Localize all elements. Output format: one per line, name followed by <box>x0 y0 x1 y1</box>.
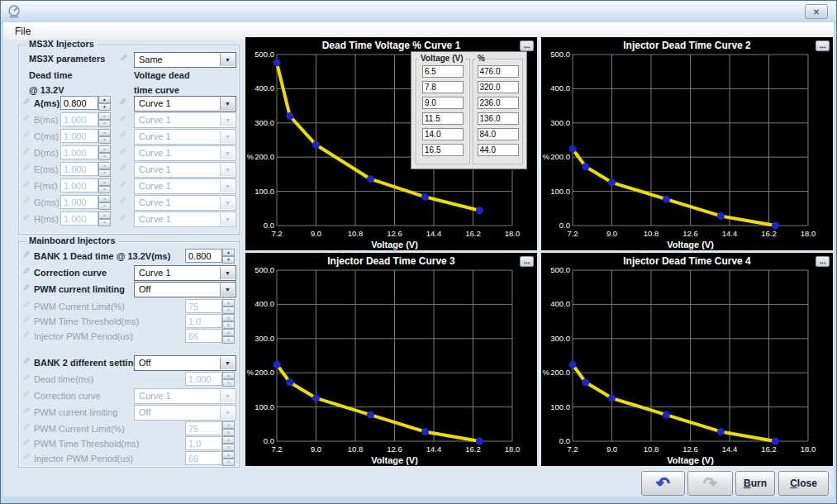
chart-plot-area[interactable]: 7.29.010.812.614.416.218.00.0100.0200.0%… <box>245 253 537 466</box>
deadtime-value-field <box>60 212 98 226</box>
voltage-cell-input[interactable] <box>422 65 464 78</box>
deadtime-curve-select-value: Curve 1 <box>139 214 171 224</box>
edit-pencil-icon: ✎ <box>22 452 30 463</box>
window-close-button[interactable]: ✕ <box>805 4 828 19</box>
bank2-select[interactable]: Off▼ <box>134 355 236 371</box>
voltage-cell-input[interactable] <box>422 144 464 156</box>
chart-panel: 7.29.010.812.614.416.218.00.0100.0200.0%… <box>245 37 537 250</box>
deadtime-curve-select[interactable]: Curve 1▼ <box>134 96 236 112</box>
bank2-select-value: Off <box>139 407 150 417</box>
deadtime-row-label: H(ms) <box>34 214 59 224</box>
chart-options-button[interactable]: ... <box>520 40 534 51</box>
bank2-setting-row: ✎PWM Time Threshold(ms)▲▼ <box>19 436 239 452</box>
deadtime-curve-select: Curve 1▼ <box>134 178 236 194</box>
close-button-label: Close <box>779 478 828 489</box>
chart-options-button[interactable]: ... <box>520 256 534 267</box>
svg-text:16.2: 16.2 <box>465 445 481 454</box>
edit-pencil-icon: ✎ <box>22 406 30 416</box>
bank2-spinner-spinner: ▲▼ <box>222 451 235 465</box>
voltage-cell-input[interactable] <box>422 128 464 140</box>
percent-column-group: % <box>473 59 523 164</box>
svg-text:100.0: 100.0 <box>254 187 274 196</box>
deadtime-value-spinner: ▲▼ <box>98 96 111 110</box>
svg-text:7.2: 7.2 <box>567 229 578 238</box>
deadtime-value-field <box>60 178 98 193</box>
voltage-cell-input[interactable] <box>422 97 464 109</box>
voltage-cell-input[interactable] <box>422 112 464 125</box>
svg-text:10.8: 10.8 <box>644 445 659 454</box>
bank2-setting-row: ✎BANK 2 different settingsOff▼ <box>19 355 239 371</box>
bank2-setting-row: ✎Injector PWM Period(us)▲▼ <box>19 451 239 467</box>
redo-icon: ↷ <box>688 474 732 492</box>
svg-text:12.6: 12.6 <box>682 229 698 238</box>
chart-panel: 7.29.010.812.614.416.218.00.0100.0200.0%… <box>541 37 833 250</box>
deadtime-value: ▲▼ <box>60 145 111 159</box>
ms3x-injectors-group: MS3X Injectors MS3X parameters ✎ Dead ti… <box>18 45 240 235</box>
mainboard-injectors-group: Mainboard Injectors ✎BANK 1 Dead time @ … <box>18 241 240 468</box>
spinner-up-button[interactable]: ▲ <box>98 96 111 103</box>
svg-text:300.0: 300.0 <box>550 334 570 343</box>
chart-options-button[interactable]: ... <box>816 40 830 51</box>
spinner-down-button: ▼ <box>222 459 235 466</box>
percent-cell-input[interactable] <box>478 65 519 78</box>
setting-label: PWM Current Limit(%) <box>34 424 125 434</box>
svg-text:16.2: 16.2 <box>761 229 777 238</box>
svg-text:14.4: 14.4 <box>426 445 442 454</box>
svg-text:100.0: 100.0 <box>254 402 274 411</box>
percent-cell-input[interactable] <box>478 128 519 140</box>
svg-text:400.0: 400.0 <box>550 83 570 93</box>
deadtime-curve-select-value: Curve 1 <box>139 181 171 191</box>
svg-text:7.2: 7.2 <box>567 445 578 454</box>
menu-item-file[interactable]: File <box>11 25 35 38</box>
percent-cell-input[interactable] <box>478 144 519 156</box>
svg-text:0.0: 0.0 <box>264 221 274 230</box>
deadtime-curve-select-value: Curve 1 <box>139 98 171 108</box>
chart-panel: 7.29.010.812.614.416.218.00.0100.0200.0%… <box>541 253 833 466</box>
bank2-setting-row: ✎Dead time(ms)▲▼ <box>19 372 239 388</box>
svg-text:12.6: 12.6 <box>387 229 402 238</box>
voltage-cell-input[interactable] <box>422 81 464 93</box>
chevron-down-icon: ▼ <box>220 147 235 159</box>
bank2-setting-row: ✎PWM current limitingOff▼ <box>19 405 239 421</box>
close-button[interactable]: Close <box>778 471 829 496</box>
title-bar[interactable]: ✕ <box>1 1 836 23</box>
deadtime-curve-select: Curve 1▼ <box>134 112 236 128</box>
deadtime-value-spinner: ▲▼ <box>98 145 111 159</box>
undo-button[interactable]: ↶ <box>641 471 685 496</box>
edit-pencil-icon: ✎ <box>119 97 126 107</box>
bank2-spinner-field <box>185 436 222 450</box>
chevron-down-icon: ▼ <box>220 114 235 126</box>
svg-text:300.0: 300.0 <box>550 118 570 127</box>
deadtime-curve-select: Curve 1▼ <box>134 129 236 145</box>
spinner-down-button: ▼ <box>98 120 111 127</box>
svg-text:9.0: 9.0 <box>606 445 617 454</box>
spinner-up-button: ▲ <box>98 129 111 136</box>
burn-button[interactable]: Burn <box>735 471 775 496</box>
bank2-select-value: Off <box>139 358 150 368</box>
percent-cell-input[interactable] <box>478 112 519 125</box>
deadtime-curve-select-value: Curve 1 <box>139 131 171 141</box>
svg-text:12.6: 12.6 <box>682 445 698 454</box>
svg-text:9.0: 9.0 <box>606 229 617 238</box>
svg-text:14.4: 14.4 <box>722 229 738 238</box>
svg-text:14.4: 14.4 <box>426 229 442 238</box>
edit-pencil-icon: ✎ <box>22 437 30 448</box>
chevron-down-icon: ▼ <box>220 390 235 402</box>
percent-cell-input[interactable] <box>478 97 519 109</box>
redo-button: ↷ <box>687 471 733 496</box>
svg-text:18.0: 18.0 <box>801 229 816 238</box>
deadtime-curve-select-value: Curve 1 <box>139 164 171 174</box>
deadtime-value-field <box>60 129 98 143</box>
deadtime-value-field[interactable] <box>60 96 98 110</box>
svg-text:400.0: 400.0 <box>254 83 274 93</box>
chart-plot-area[interactable]: 7.29.010.812.614.416.218.00.0100.0200.0%… <box>541 253 833 466</box>
chart-plot-area[interactable]: 7.29.010.812.614.416.218.00.0100.0200.0%… <box>541 37 833 250</box>
chart-options-button[interactable]: ... <box>816 256 830 267</box>
deadtime-value-spinner: ▲▼ <box>98 129 111 143</box>
spinner-down-button: ▼ <box>222 379 235 387</box>
svg-text:100.0: 100.0 <box>550 187 570 196</box>
percent-cell-input[interactable] <box>478 81 519 93</box>
spinner-down-button[interactable]: ▼ <box>98 103 111 111</box>
bank2-setting-row: ✎PWM Current Limit(%)▲▼ <box>19 421 239 437</box>
deadtime-value: ▲▼ <box>60 195 111 209</box>
